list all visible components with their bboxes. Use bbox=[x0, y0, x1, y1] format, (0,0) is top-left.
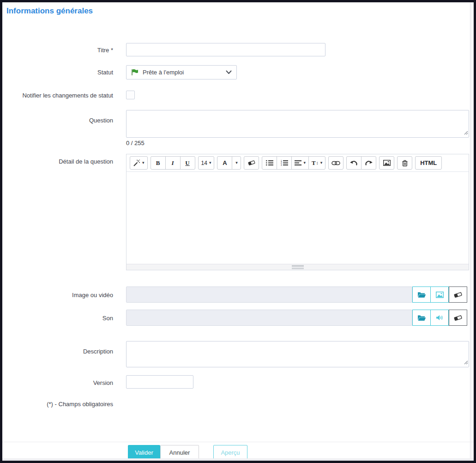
insert-image-button[interactable] bbox=[379, 156, 394, 170]
font-color-caret-button[interactable]: ▾ bbox=[232, 156, 241, 170]
html-view-button[interactable]: HTML bbox=[415, 156, 442, 170]
version-input[interactable] bbox=[126, 375, 193, 389]
son-browse-button[interactable] bbox=[412, 310, 431, 326]
eraser-icon bbox=[454, 292, 462, 298]
undo-button[interactable] bbox=[346, 156, 362, 170]
font-size-label: 14 bbox=[201, 160, 207, 166]
footer-divider bbox=[2, 442, 474, 442]
unordered-list-icon bbox=[266, 160, 273, 166]
son-label: Son bbox=[2, 315, 113, 322]
magic-wand-icon bbox=[133, 159, 140, 166]
editor-toolbar: ▾ B I U 14▾ A ▾ bbox=[127, 154, 469, 172]
image-video-browse-button[interactable] bbox=[412, 286, 431, 303]
eraser-icon bbox=[248, 160, 255, 166]
titre-label: Titre * bbox=[2, 47, 113, 54]
image-video-buttons bbox=[412, 286, 467, 303]
notifier-checkbox[interactable] bbox=[126, 91, 135, 99]
paragraph-align-button[interactable]: ▾ bbox=[291, 156, 309, 170]
ordered-list-icon: 123 bbox=[281, 160, 288, 166]
statut-select[interactable]: Prête à l'emploi bbox=[126, 65, 237, 79]
image-preview-button[interactable] bbox=[430, 286, 449, 303]
underline-label: U bbox=[185, 159, 189, 167]
son-play-button[interactable] bbox=[430, 310, 449, 326]
required-fields-note: (*) - Champs obligatoires bbox=[2, 401, 113, 408]
detail-label: Détail de la question bbox=[2, 158, 113, 165]
link-icon bbox=[331, 161, 340, 165]
editor-resize-bar[interactable] bbox=[127, 264, 469, 270]
son-input bbox=[126, 310, 412, 326]
html-label: HTML bbox=[420, 159, 437, 166]
question-label: Question bbox=[2, 117, 113, 124]
italic-label: I bbox=[172, 159, 174, 167]
scrollbar-track[interactable] bbox=[470, 2, 474, 461]
bold-label: B bbox=[156, 159, 160, 167]
description-textarea[interactable] bbox=[126, 341, 469, 367]
son-clear-button[interactable] bbox=[449, 310, 467, 326]
resize-grip-icon bbox=[292, 265, 304, 269]
son-buttons bbox=[412, 310, 467, 326]
underline-button[interactable]: U bbox=[180, 156, 195, 170]
paragraph-align-icon bbox=[295, 160, 301, 165]
bottom-strip bbox=[2, 458, 474, 461]
statut-value: Prête à l'emploi bbox=[143, 69, 222, 76]
question-textarea[interactable] bbox=[126, 110, 469, 138]
chevron-down-icon bbox=[226, 70, 232, 74]
titre-input[interactable] bbox=[126, 43, 325, 56]
italic-button[interactable]: I bbox=[165, 156, 181, 170]
eraser-icon bbox=[454, 315, 462, 321]
line-height-button[interactable]: T↕▾ bbox=[308, 156, 325, 170]
ordered-list-button[interactable]: 123 bbox=[277, 156, 292, 170]
link-button[interactable] bbox=[328, 156, 343, 170]
version-label: Version bbox=[2, 379, 113, 386]
font-color-button[interactable]: A bbox=[217, 156, 232, 170]
font-size-button[interactable]: 14▾ bbox=[198, 156, 215, 170]
svg-text:3: 3 bbox=[281, 164, 282, 166]
redo-button[interactable] bbox=[361, 156, 376, 170]
unordered-list-button[interactable] bbox=[262, 156, 277, 170]
undo-icon bbox=[350, 160, 358, 166]
caret-down-icon: ▾ bbox=[320, 161, 323, 165]
statut-label: Statut bbox=[2, 69, 113, 76]
caret-down-icon: ▾ bbox=[142, 161, 145, 165]
line-height-icon: ↕ bbox=[316, 160, 319, 165]
font-color-label: A bbox=[223, 159, 227, 166]
style-button[interactable]: ▾ bbox=[130, 156, 148, 170]
page-title: Informations générales bbox=[6, 6, 93, 16]
image-video-label: Image ou vidéo bbox=[2, 292, 113, 299]
picture-icon bbox=[436, 292, 444, 298]
form-page: Informations générales Titre * Statut Pr… bbox=[0, 0, 476, 463]
description-label: Description bbox=[2, 348, 113, 355]
notifier-label: Notifier les changements de statut bbox=[2, 92, 113, 99]
image-video-clear-button[interactable] bbox=[449, 286, 467, 303]
flag-icon bbox=[131, 69, 139, 76]
delete-button[interactable] bbox=[397, 156, 412, 170]
caret-down-icon: ▾ bbox=[303, 161, 306, 165]
folder-open-icon bbox=[417, 315, 426, 321]
image-icon bbox=[383, 160, 391, 166]
trash-icon bbox=[402, 160, 408, 166]
caret-down-icon: ▾ bbox=[209, 161, 211, 165]
speaker-icon bbox=[436, 315, 443, 321]
folder-open-icon bbox=[417, 292, 426, 298]
bold-button[interactable]: B bbox=[151, 156, 166, 170]
rich-text-editor: ▾ B I U 14▾ A ▾ bbox=[126, 154, 469, 270]
image-video-input bbox=[126, 286, 412, 303]
clear-format-button[interactable] bbox=[244, 156, 259, 170]
line-height-label: T bbox=[312, 159, 316, 167]
caret-down-icon: ▾ bbox=[235, 161, 238, 165]
question-counter: 0 / 255 bbox=[126, 140, 145, 146]
editor-body[interactable] bbox=[127, 172, 469, 264]
redo-icon bbox=[365, 160, 373, 166]
